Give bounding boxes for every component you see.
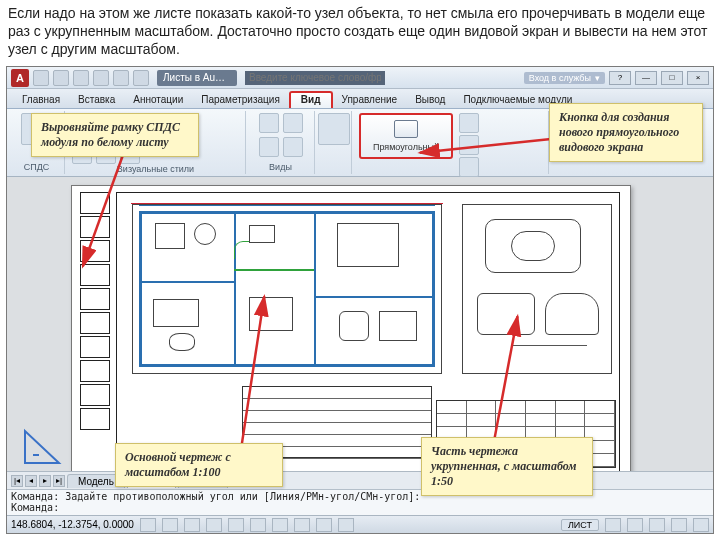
callout-detail-scale: Часть чертежа укрупненная, с масштабом 1… bbox=[421, 437, 593, 496]
tab-view[interactable]: Вид bbox=[289, 91, 333, 108]
panel-views: Виды bbox=[247, 111, 315, 174]
qat-undo-icon[interactable] bbox=[93, 70, 109, 86]
panel-views-title: Виды bbox=[269, 162, 292, 172]
viewport-scale-icon[interactable] bbox=[459, 157, 479, 177]
status-lw-icon[interactable] bbox=[316, 518, 332, 532]
floorplan-drawing bbox=[139, 211, 435, 367]
detail-drawing bbox=[471, 213, 603, 365]
tab-annotate[interactable]: Аннотации bbox=[124, 91, 192, 108]
view-icon-3[interactable] bbox=[259, 137, 279, 157]
rect-viewport-icon bbox=[394, 120, 418, 138]
tab-parametric[interactable]: Параметризация bbox=[192, 91, 289, 108]
mtab-last-icon[interactable]: ▸| bbox=[53, 475, 65, 487]
status-osnap-icon[interactable] bbox=[228, 518, 244, 532]
mtab-first-icon[interactable]: |◂ bbox=[11, 475, 23, 487]
command-history: Команда: Задайте противоположный угол ил… bbox=[11, 491, 709, 502]
ucs-icon bbox=[23, 425, 69, 465]
status-ducs-icon[interactable] bbox=[272, 518, 288, 532]
status-polar-icon[interactable] bbox=[206, 518, 222, 532]
mtab-next-icon[interactable]: ▸ bbox=[39, 475, 51, 487]
search-input[interactable] bbox=[245, 71, 385, 85]
status-setting5-icon[interactable] bbox=[693, 518, 709, 532]
close-icon[interactable]: × bbox=[687, 71, 709, 85]
qat-new-icon[interactable] bbox=[33, 70, 49, 86]
frame-left-marks bbox=[80, 192, 110, 474]
command-prompt[interactable]: Команда: bbox=[11, 502, 709, 513]
app-logo[interactable]: A bbox=[11, 69, 29, 87]
status-setting4-icon[interactable] bbox=[671, 518, 687, 532]
status-ortho-icon[interactable] bbox=[184, 518, 200, 532]
callout-align-frame: Выровняйте рамку СПДС модуля по белому л… bbox=[31, 113, 199, 157]
rectangular-viewport-button[interactable]: Прямоугольный bbox=[359, 113, 453, 159]
viewcube-icon[interactable] bbox=[318, 113, 350, 145]
viewport-lock-icon[interactable] bbox=[459, 135, 479, 155]
tab-home[interactable]: Главная bbox=[13, 91, 69, 108]
qat-print-icon[interactable] bbox=[133, 70, 149, 86]
callout-rect-button: Кнопка для создания нового прямоугольног… bbox=[549, 103, 703, 162]
panel-viewports: Прямоугольный Видовые экраны bbox=[353, 111, 549, 174]
callout-main-scale: Основной чертеж с масштабом 1:100 bbox=[115, 443, 283, 487]
rect-viewport-label: Прямоугольный bbox=[373, 142, 439, 152]
status-snap-icon[interactable] bbox=[140, 518, 156, 532]
titlebar: A Листы в Au… Вход в службы▾ ? — □ × bbox=[7, 67, 713, 89]
doc-title: Листы в Au… bbox=[157, 70, 237, 86]
viewport-main[interactable] bbox=[132, 204, 442, 374]
qat-redo-icon[interactable] bbox=[113, 70, 129, 86]
status-paper[interactable]: ЛИСТ bbox=[561, 519, 599, 531]
qat-open-icon[interactable] bbox=[53, 70, 69, 86]
status-otrack-icon[interactable] bbox=[250, 518, 266, 532]
maximize-icon[interactable]: □ bbox=[661, 71, 683, 85]
status-setting3-icon[interactable] bbox=[649, 518, 665, 532]
status-dyn-icon[interactable] bbox=[294, 518, 310, 532]
panel-cube bbox=[316, 111, 352, 174]
view-icon-1[interactable] bbox=[259, 113, 279, 133]
minimize-icon[interactable]: — bbox=[635, 71, 657, 85]
mtab-prev-icon[interactable]: ◂ bbox=[25, 475, 37, 487]
status-coords: 148.6804, -12.3754, 0.0000 bbox=[11, 519, 134, 530]
page-caption: Если надо на этом же листе показать како… bbox=[0, 0, 720, 61]
view-icon-4[interactable] bbox=[283, 137, 303, 157]
status-setting2-icon[interactable] bbox=[627, 518, 643, 532]
status-grid-icon[interactable] bbox=[162, 518, 178, 532]
tab-manage[interactable]: Управление bbox=[333, 91, 407, 108]
model-tabs: |◂ ◂ ▸ ▸| Модель Лист1 Лист2 bbox=[7, 471, 713, 489]
help-icon[interactable]: ? bbox=[609, 71, 631, 85]
viewport-clip-icon[interactable] bbox=[459, 113, 479, 133]
tab-insert[interactable]: Вставка bbox=[69, 91, 124, 108]
status-qp-icon[interactable] bbox=[338, 518, 354, 532]
view-icon-2[interactable] bbox=[283, 113, 303, 133]
qat-save-icon[interactable] bbox=[73, 70, 89, 86]
app-window: A Листы в Au… Вход в службы▾ ? — □ × Гла… bbox=[6, 66, 714, 534]
panel-spds-title: СПДС bbox=[24, 162, 50, 172]
tab-output[interactable]: Вывод bbox=[406, 91, 454, 108]
login-button[interactable]: Вход в службы▾ bbox=[524, 72, 605, 84]
status-setting1-icon[interactable] bbox=[605, 518, 621, 532]
viewport-detail[interactable] bbox=[462, 204, 612, 374]
command-line[interactable]: Команда: Задайте противоположный угол ил… bbox=[7, 489, 713, 515]
status-bar: 148.6804, -12.3754, 0.0000 ЛИСТ bbox=[7, 515, 713, 533]
panel-visual-title: Визуальные стили bbox=[72, 164, 239, 174]
